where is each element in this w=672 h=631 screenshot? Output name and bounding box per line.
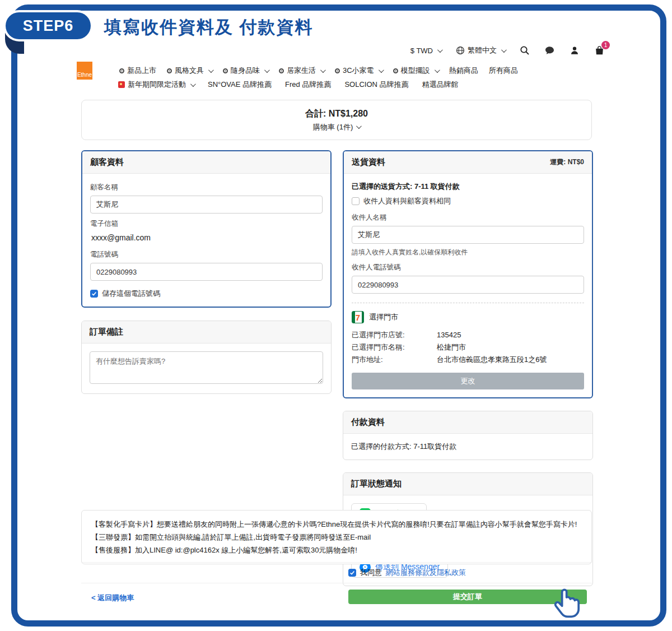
nav-item-hot[interactable]: 熱銷商品: [449, 66, 478, 76]
search-icon: [520, 45, 530, 55]
back-to-cart-link[interactable]: < 返回購物車: [91, 593, 134, 603]
store-name-row: 已選擇門市名稱: 松捷門市: [352, 341, 584, 354]
nav-item-personal[interactable]: 隨身品味: [223, 66, 268, 76]
nav-item-3c[interactable]: 3C小家電: [335, 66, 382, 76]
divider: [352, 303, 584, 303]
terms-link[interactable]: 網站服務條款及隱私政策: [386, 568, 466, 578]
chevron-down-icon: [501, 47, 507, 53]
chevron-down-icon: [320, 67, 326, 73]
cart-summary: 合計: NT$1,280 購物車 (1件): [81, 100, 592, 140]
store-select-label: 選擇門市: [369, 312, 398, 322]
account-button[interactable]: [570, 45, 580, 55]
step-badge: STEP6: [6, 12, 91, 39]
secondary-nav: 新年期間限定活動 SN°OVAE 品牌推薦 Fred 品牌推薦 SOLCION …: [118, 80, 459, 90]
nav-item-home[interactable]: 居家生活: [279, 66, 324, 76]
recipient-name-input[interactable]: [352, 226, 584, 244]
chat-button[interactable]: [544, 45, 555, 55]
nav-item-newyear[interactable]: 新年期間限定活動: [118, 80, 194, 90]
recipient-name-hint: 請填入收件人真實姓名,以確保順利收件: [352, 248, 584, 257]
store-number-row: 已選擇門市店號: 135425: [352, 329, 584, 341]
language-selector[interactable]: 繁體中文: [456, 45, 505, 55]
chevron-down-icon: [437, 47, 443, 53]
cart-button[interactable]: 1: [594, 45, 605, 56]
nav-item-fred[interactable]: Fred 品牌推薦: [285, 80, 331, 90]
cart-toggle[interactable]: 購物車 (1件): [313, 122, 361, 132]
store-address-row: 門市地址: 台北市信義區忠孝東路五段1之6號: [352, 354, 584, 366]
chat-bubble-icon: [544, 45, 555, 55]
customer-phone-input[interactable]: [90, 263, 323, 281]
notifications-header: 訂單狀態通知: [343, 473, 592, 495]
notice-box: 【客製化手寫卡片】想要送禮給朋友的同時附上一張傳遞心意的卡片嗎?Ethne現在提…: [81, 510, 592, 564]
checkout-page: STEP6 填寫收件資料及 付款資料 $ TWD 繁體中文 1 Ethne 新品…: [0, 0, 672, 631]
globe-icon: [456, 46, 465, 55]
customer-name-input[interactable]: [90, 196, 323, 214]
nav-items-row1: 新品上市 風格文具 隨身品味 居家生活 3C小家電 模型擺設 熱銷商品 所有商品: [119, 66, 518, 76]
chevron-down-icon: [264, 67, 270, 73]
currency-label: $ TWD: [410, 47, 433, 55]
notice-line-3: 【售後服務】加入LINE@ id:@plc4162x 線上小編幫您解答,還可索取…: [91, 544, 582, 556]
submit-order-button[interactable]: 提交訂單: [348, 590, 587, 604]
shipping-panel: 送貨資料 運費: NT$0 已選擇的送貨方式: 7-11 取貨付款 收件人資料與…: [343, 150, 593, 398]
agree-row: 我同意網站服務條款及隱私政策: [81, 562, 592, 583]
nav-item-stationery[interactable]: 風格文具: [167, 66, 212, 76]
nav-item-solcion[interactable]: SOLCION 品牌推薦: [344, 80, 408, 90]
chevron-down-icon: [208, 67, 214, 73]
same-as-customer-label: 收件人資料與顧客資料相同: [363, 196, 451, 206]
payment-panel-header: 付款資料: [343, 411, 592, 434]
nav-item-brands[interactable]: 精選品牌館: [422, 80, 459, 90]
payment-method: 已選擇的付款方式: 7-11取貨付款: [351, 442, 585, 452]
dot-icon: [167, 68, 172, 73]
currency-selector[interactable]: $ TWD: [410, 47, 441, 55]
same-as-customer-checkbox[interactable]: [352, 197, 360, 205]
newyear-icon: [118, 81, 125, 88]
search-button[interactable]: [520, 45, 530, 55]
agree-prefix: 我同意: [360, 568, 382, 578]
customer-phone-label: 電話號碼: [90, 250, 323, 259]
customer-panel-header: 顧客資料: [82, 151, 330, 174]
chevron-down-icon: [356, 123, 362, 129]
language-label: 繁體中文: [468, 45, 497, 55]
utility-bar: $ TWD 繁體中文 1: [410, 45, 605, 56]
customer-email-label: 電子信箱: [90, 219, 323, 229]
nav-item-snovae[interactable]: SN°OVAE 品牌推薦: [208, 80, 272, 90]
cart-count-badge: 1: [601, 41, 610, 49]
notice-line-2: 【三聯發票】如需開立抬頭與統編,請於訂單上備註,出貨時電子發票將同時發送至E-m…: [91, 531, 582, 544]
recipient-name-label: 收件人名稱: [352, 213, 584, 222]
seven-eleven-icon: 7: [352, 311, 364, 323]
chevron-down-icon: [379, 67, 384, 73]
recipient-phone-label: 收件人電話號碼: [352, 263, 584, 272]
site-logo[interactable]: Ethne: [77, 62, 92, 80]
dot-icon: [223, 68, 228, 73]
notice-line-1: 【客製化手寫卡片】想要送禮給朋友的同時附上一張傳遞心意的卡片嗎?Ethne現在提…: [91, 518, 582, 531]
hand-cursor-icon: [553, 587, 584, 627]
order-note-textarea[interactable]: [90, 351, 323, 384]
chevron-down-icon: [190, 81, 196, 87]
save-phone-label: 儲存這個電話號碼: [102, 289, 160, 299]
chevron-down-icon: [435, 67, 440, 73]
dot-icon: [279, 68, 284, 73]
footer-row: < 返回購物車 提交訂單: [81, 583, 592, 613]
main-nav: Ethne 新品上市 風格文具 隨身品味 居家生活 3C小家電 模型擺設 熱銷商…: [77, 62, 518, 80]
recipient-phone-input[interactable]: [352, 276, 584, 294]
order-note-panel: 訂單備註: [81, 321, 332, 394]
page-title: 填寫收件資料及 付款資料: [104, 16, 314, 39]
person-icon: [570, 45, 580, 55]
customer-email-value: xxxx@gmail.com: [90, 232, 323, 244]
nav-item-figures[interactable]: 模型擺設: [393, 66, 438, 76]
payment-panel: 付款資料 已選擇的付款方式: 7-11取貨付款: [343, 411, 593, 460]
dot-icon: [335, 68, 340, 73]
save-phone-checkbox[interactable]: [90, 290, 98, 298]
shipping-fee: 運費: NT$0: [550, 157, 584, 167]
terms-checkbox[interactable]: [348, 569, 356, 577]
dot-icon: [119, 68, 124, 73]
dot-icon: [393, 68, 398, 73]
shipping-method: 已選擇的送貨方式: 7-11 取貨付款: [352, 182, 584, 192]
change-store-button[interactable]: 更改: [352, 373, 584, 389]
order-note-header: 訂單備註: [82, 321, 331, 344]
customer-panel: 顧客資料 顧客名稱 電子信箱 xxxx@gmail.com 電話號碼 儲存這個電…: [81, 150, 332, 308]
cart-total: 合計: NT$1,280: [305, 108, 368, 120]
shipping-panel-header: 送貨資料 運費: NT$0: [344, 151, 592, 174]
nav-item-new[interactable]: 新品上市: [119, 66, 156, 76]
customer-name-label: 顧客名稱: [90, 183, 323, 192]
nav-item-all[interactable]: 所有商品: [489, 66, 518, 76]
